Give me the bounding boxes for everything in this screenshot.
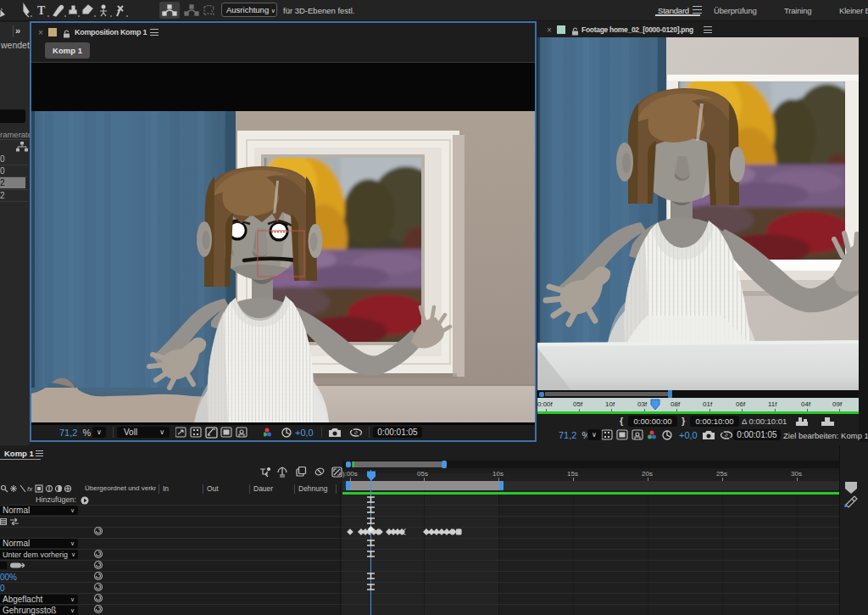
- svg-text:fx: fx: [27, 485, 33, 493]
- svg-text:T: T: [37, 4, 46, 17]
